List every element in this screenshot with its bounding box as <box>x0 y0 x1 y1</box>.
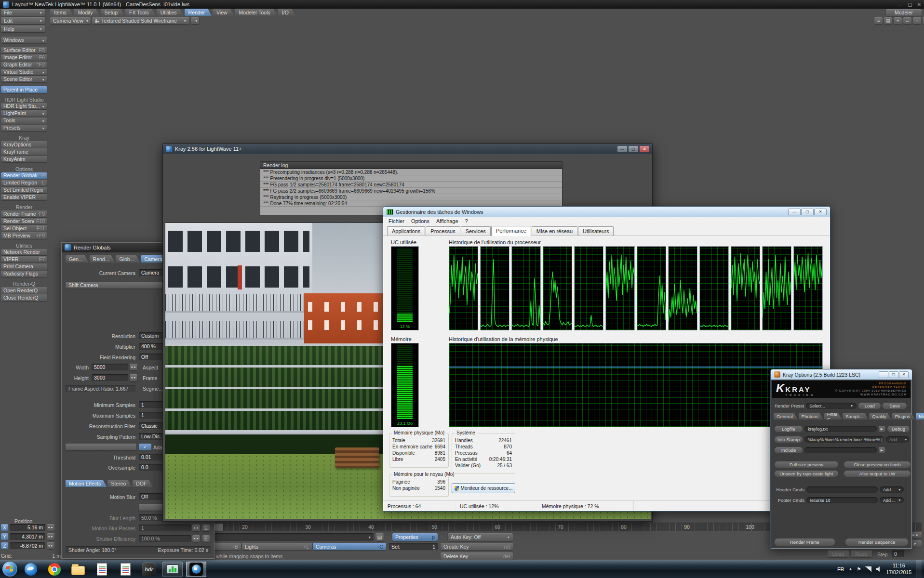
resource-monitor-button[interactable]: Moniteur de ressource... <box>452 483 515 493</box>
full-size-preview-toggle[interactable]: Full size preview <box>775 461 838 468</box>
taskbar-chrome-icon[interactable] <box>44 562 65 577</box>
taskbar-script-file-icon-2[interactable] <box>115 562 135 577</box>
tray-expand-icon[interactable]: ▲ <box>849 567 853 571</box>
sidebar-item[interactable]: Network Render <box>1 249 47 256</box>
info-stamp-field[interactable]: %kray% %ver% render time: %time% | %widt… <box>804 436 884 443</box>
shutter-eff-field[interactable]: 100.0 % <box>139 535 191 542</box>
sidebar-item[interactable]: Parent in Place <box>1 86 47 93</box>
current-item-dropdown[interactable] <box>214 533 374 541</box>
position-y-field[interactable]: 4.3017 m <box>10 533 45 540</box>
tm-maximize-icon[interactable] <box>801 209 814 215</box>
taskbar-script-file-icon[interactable] <box>92 562 112 577</box>
main-tab[interactable]: View <box>213 9 234 16</box>
kray-options-tab[interactable]: Plugins <box>892 413 915 420</box>
sidebar-item[interactable]: Render Globals ^P <box>1 172 47 179</box>
sidebar-item[interactable]: Print Camera <box>1 263 47 270</box>
sidebar-item[interactable]: Render Scene F10 <box>1 218 47 224</box>
menu-item[interactable]: ? <box>462 218 471 224</box>
network-icon[interactable] <box>865 566 871 572</box>
render-frame-button[interactable]: Render Frame <box>775 539 835 546</box>
taskbar-clock[interactable]: 11:16 17/02/2015 <box>886 563 911 576</box>
footer-cmds-add-dropdown[interactable]: Add ... <box>880 497 904 503</box>
axis-y-chip[interactable]: Y <box>1 533 8 540</box>
pan-horizontal-icon[interactable]: ↔ <box>903 17 911 24</box>
taskbar-thunderbird-icon[interactable] <box>21 562 41 577</box>
sidebar-item[interactable]: VIPER F7 <box>1 256 47 263</box>
position-x-field[interactable]: 5.16 m <box>10 524 45 531</box>
height-spinner[interactable] <box>130 374 137 381</box>
menu-item[interactable]: Affichage <box>433 218 462 224</box>
sidebar-item[interactable]: Open RenderQ <box>1 287 47 294</box>
sidebar-item[interactable]: Tools <box>1 118 47 124</box>
cameras-button[interactable]: Cameras +C <box>313 543 386 550</box>
main-tab[interactable]: I/O <box>278 9 295 16</box>
motion-tab[interactable]: DOF <box>133 480 152 487</box>
adaptive-sampling-checkbox[interactable] <box>139 444 151 450</box>
main-tab[interactable]: FX Tools <box>125 9 156 16</box>
minimize-icon[interactable] <box>898 2 903 7</box>
axis-z-chip[interactable]: Z <box>1 542 8 549</box>
sidebar-item[interactable]: Windows <box>1 37 47 43</box>
main-tab[interactable]: Modeler Tools <box>235 9 277 16</box>
sidebar-item[interactable]: Radiosity Flags <box>1 271 47 277</box>
kray-options-tab[interactable]: Misc <box>916 413 924 420</box>
lights-button[interactable]: Lights +L <box>242 543 312 550</box>
mb-passes-envelope-button[interactable]: E <box>202 525 210 531</box>
main-tab[interactable]: Items <box>50 9 73 16</box>
shading-extra-dropdown[interactable] <box>191 17 199 24</box>
edit-menu-button[interactable]: Edit <box>1 17 45 24</box>
footer-cmds-field[interactable]: recurse 10 <box>806 497 878 503</box>
kray-options-tab[interactable]: Quality <box>869 413 891 420</box>
debug-button[interactable]: Debug <box>887 426 910 432</box>
auto-key-dropdown[interactable]: Auto Key: Off <box>448 533 513 541</box>
modeler-button[interactable]: Modeler <box>886 9 922 16</box>
redo-button[interactable]: Redo <box>851 551 872 557</box>
logfile-button[interactable]: Logfile <box>775 426 803 432</box>
sidebar-item[interactable]: Close RenderQ <box>1 294 47 301</box>
include-button[interactable]: Include <box>775 447 803 453</box>
close-icon[interactable] <box>917 2 921 7</box>
soft-filter-button[interactable] <box>66 444 136 450</box>
kray-options-tab[interactable]: General <box>774 413 798 420</box>
add-view-icon[interactable]: + <box>894 17 902 24</box>
pan-vertical-icon[interactable]: ↕ <box>913 17 921 24</box>
task-manager-tab[interactable]: Services <box>461 226 491 236</box>
sidebar-item[interactable]: Graph Editor ^F2 <box>1 62 47 68</box>
info-stamp-add-dropdown[interactable]: Add ... <box>886 436 909 443</box>
sidebar-item[interactable]: Virtual Studio <box>1 69 47 76</box>
selection-count-field[interactable]: Sel: 1 <box>389 543 438 550</box>
tm-close-icon[interactable] <box>814 209 827 215</box>
action-center-icon[interactable]: ⚑ <box>857 566 861 572</box>
file-menu-button[interactable]: File <box>1 9 45 16</box>
step-field[interactable]: 0 <box>892 551 904 557</box>
sidebar-item[interactable]: Set Limited Region <box>1 187 47 194</box>
kray-close-icon[interactable] <box>640 146 649 152</box>
z-spinner[interactable] <box>47 542 54 549</box>
task-manager-tab[interactable]: Processus <box>426 226 460 236</box>
sidebar-item[interactable]: Image Editor F6 <box>1 54 47 61</box>
render-sequence-button[interactable]: Render Sequence <box>845 539 908 546</box>
grid-layout-icon[interactable]: ▤ <box>884 17 892 24</box>
language-indicator[interactable]: FR <box>837 566 844 572</box>
close-preview-toggle[interactable]: Close preview on finish <box>844 461 911 468</box>
tm-minimize-icon[interactable] <box>788 209 801 215</box>
include-field[interactable] <box>804 447 877 453</box>
main-tab[interactable]: Modify <box>74 9 100 16</box>
ko-close-icon[interactable] <box>899 371 909 378</box>
x-spinner[interactable] <box>47 524 54 531</box>
sidebar-item[interactable]: KrayFrame <box>1 148 47 155</box>
sidebar-item[interactable]: Scene Editor <box>1 76 47 83</box>
camera-view-dropdown[interactable]: Camera View <box>50 17 91 24</box>
mb-passes-field[interactable]: 1 <box>139 525 191 531</box>
motion-tab[interactable]: Stereo <box>107 480 132 487</box>
position-z-field[interactable]: -6.8702 m <box>10 542 45 549</box>
unseen-rays-toggle[interactable]: Unseen by rays casts light <box>775 471 838 477</box>
shutter-eff-spinner[interactable] <box>192 535 200 542</box>
show-desktop-button[interactable] <box>916 560 922 578</box>
volume-icon[interactable] <box>876 566 882 572</box>
main-tab[interactable]: Setup <box>101 9 124 16</box>
shutter-eff-envelope-button[interactable]: E <box>202 535 210 542</box>
task-manager-title-bar[interactable]: Gestionnaire des tâches de Windows <box>383 207 830 217</box>
start-button[interactable] <box>2 562 17 577</box>
help-menu-button[interactable]: Help <box>1 26 45 32</box>
